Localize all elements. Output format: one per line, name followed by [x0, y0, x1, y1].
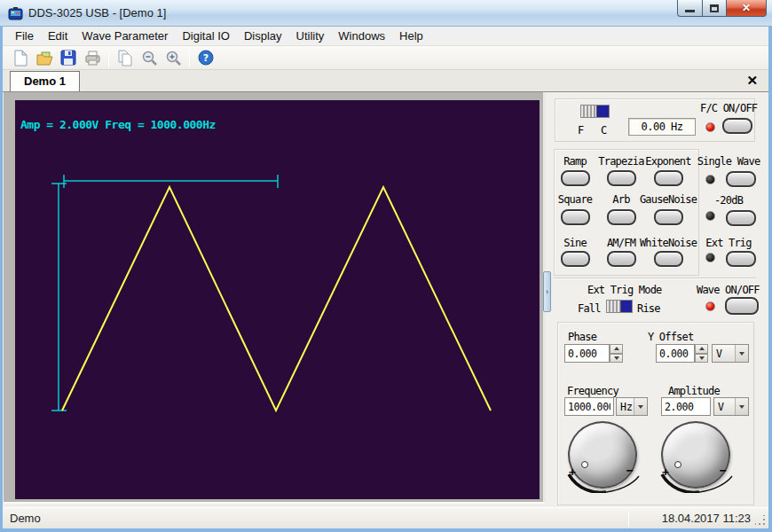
menu-item-wave-parameter[interactable]: Wave Parameter — [75, 27, 175, 44]
help-button[interactable]: ? — [195, 48, 217, 68]
window-title: DDS-3025 USB - [Demo 1] — [28, 6, 166, 20]
title-bar: DDS-3025 USB - [Demo 1] ✕ — [0, 0, 772, 27]
amplitude-unit-select[interactable]: V — [713, 397, 749, 416]
panel-collapse-splitter[interactable]: › — [543, 271, 551, 312]
fc-onoff-button[interactable] — [722, 118, 752, 134]
frequency-label: Frequency — [567, 385, 618, 397]
new-document-button[interactable] — [10, 48, 31, 68]
fc-onoff-label: F/C ON/OFF — [700, 102, 757, 114]
exponent-button[interactable] — [654, 170, 683, 186]
zoom-in-icon — [165, 50, 182, 66]
menu-bar: File Edit Wave Parameter Digital IO Disp… — [3, 27, 768, 46]
dropdown-arrow-icon — [735, 398, 748, 415]
chevron-right-icon: › — [546, 287, 548, 296]
minus20db-button[interactable] — [726, 210, 756, 226]
app-window: DDS-3025 USB - [Demo 1] ✕ File Edit Wave… — [0, 0, 772, 532]
fc-slider[interactable] — [580, 105, 610, 118]
phase-spin-down[interactable] — [610, 354, 623, 364]
zoom-in-button[interactable] — [162, 48, 184, 68]
fall-label: Fall — [578, 302, 601, 315]
menu-item-help[interactable]: Help — [392, 27, 430, 44]
window-controls: ✕ — [677, 0, 767, 17]
tab-bar: Demo 1 ✕ — [3, 70, 768, 92]
y-offset-unit-select[interactable]: V — [712, 344, 749, 363]
maximize-button[interactable] — [703, 0, 727, 17]
spin-down-icon — [699, 356, 705, 360]
single-wave-label: Single Wave — [693, 155, 764, 168]
menu-item-digital-io[interactable]: Digital IO — [175, 27, 236, 44]
waveform-plot — [15, 100, 540, 499]
y-offset-spin-up[interactable] — [695, 344, 708, 354]
spin-up-icon — [699, 347, 705, 350]
minimize-button[interactable] — [677, 0, 703, 17]
amplitude-input[interactable] — [661, 397, 711, 416]
phase-input[interactable] — [564, 344, 610, 363]
menu-item-windows[interactable]: Windows — [331, 27, 392, 44]
open-file-icon — [36, 50, 53, 66]
y-offset-spinner[interactable] — [695, 344, 708, 363]
status-text: Demo — [10, 512, 41, 525]
status-datetime: 18.04.2017 11:23 — [662, 512, 751, 525]
save-button[interactable] — [58, 48, 79, 68]
print-button[interactable] — [82, 48, 103, 68]
menu-item-edit[interactable]: Edit — [41, 27, 75, 44]
zoom-out-button[interactable] — [138, 48, 160, 68]
tab-demo1[interactable]: Demo 1 — [10, 71, 80, 91]
close-button[interactable]: ✕ — [727, 0, 767, 17]
waveform-display: Amp = 2.000V Freq = 1000.000Hz — [15, 100, 540, 499]
phase-spin-up[interactable] — [610, 344, 623, 354]
minimize-icon — [685, 10, 695, 12]
rise-label: Rise — [637, 302, 660, 315]
tab-close-button[interactable]: ✕ — [746, 73, 758, 89]
fc-slider-handle[interactable] — [581, 106, 597, 117]
amplitude-label: Amplitude — [668, 385, 720, 397]
zoom-out-icon — [141, 50, 158, 66]
y-offset-spin-down[interactable] — [695, 354, 708, 364]
trig-edge-slider-handle[interactable] — [607, 301, 621, 312]
resize-grip[interactable] — [755, 515, 766, 526]
ext-trig-button[interactable] — [726, 251, 756, 267]
phase-spinner[interactable] — [610, 344, 623, 363]
amplitude-knob-arc — [655, 468, 737, 493]
wave-onoff-led — [705, 301, 715, 311]
waveform-overlay-text: Amp = 2.000V Freq = 1000.000Hz — [20, 118, 216, 131]
gausenoise-label: GauseNoise — [638, 193, 698, 206]
frequency-unit-select[interactable]: Hz — [616, 397, 648, 416]
f-label: F — [578, 124, 592, 137]
single-wave-led — [705, 175, 715, 184]
menu-item-file[interactable]: File — [8, 27, 41, 44]
wave-onoff-label: Wave ON/OFF — [697, 284, 760, 296]
sine-button[interactable] — [561, 251, 590, 267]
ext-trig-label: Ext Trig — [693, 237, 764, 249]
y-offset-input[interactable] — [656, 344, 695, 363]
trapezia-button[interactable] — [607, 170, 636, 186]
toolbar-separator — [108, 49, 109, 66]
gausenoise-button[interactable] — [654, 209, 683, 225]
ramp-button[interactable] — [561, 170, 590, 186]
menu-item-utility[interactable]: Utility — [289, 27, 332, 44]
whitenoise-button[interactable] — [654, 251, 683, 267]
save-icon — [60, 50, 76, 66]
copy-icon — [117, 50, 133, 66]
frequency-counter: 0.00 Hz — [628, 118, 696, 136]
amfm-button[interactable] — [607, 251, 636, 267]
arb-button[interactable] — [607, 209, 636, 225]
minus20db-led — [705, 211, 715, 221]
y-offset-unit-value: V — [713, 348, 735, 360]
trig-edge-slider[interactable] — [606, 300, 633, 313]
spin-down-icon — [614, 356, 619, 360]
copy-button[interactable] — [114, 48, 136, 68]
exponent-label: Exponent — [638, 155, 698, 168]
ext-trig-led — [705, 253, 715, 262]
frequency-input[interactable] — [564, 397, 614, 416]
menu-item-display[interactable]: Display — [237, 27, 289, 44]
print-icon — [84, 50, 101, 66]
spin-up-icon — [614, 347, 619, 350]
whitenoise-label: WhiteNoise — [638, 237, 698, 249]
square-button[interactable] — [561, 209, 590, 225]
single-wave-button[interactable] — [726, 171, 756, 187]
open-file-button[interactable] — [34, 48, 55, 68]
frequency-knob-arc — [562, 468, 643, 493]
wave-onoff-button[interactable] — [725, 297, 759, 315]
phase-label: Phase — [568, 331, 596, 343]
